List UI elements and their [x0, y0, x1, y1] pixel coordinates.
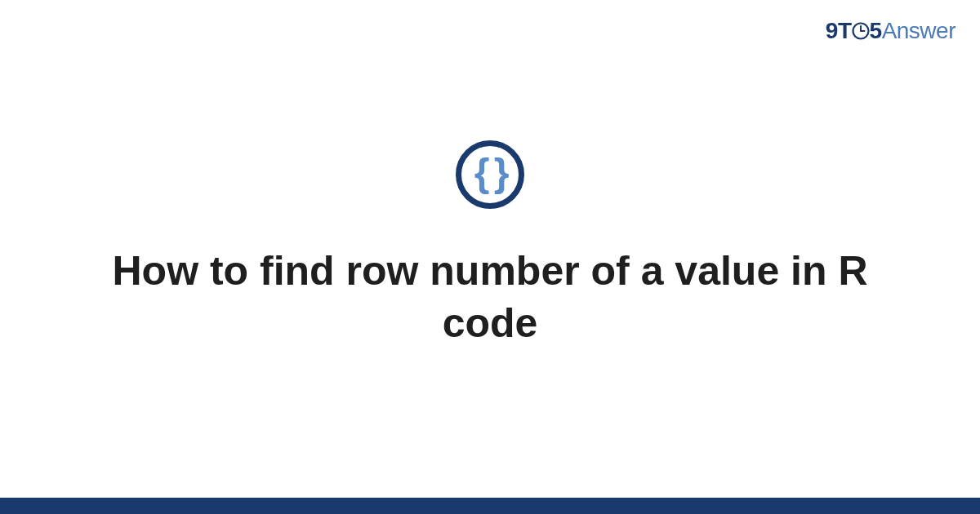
braces-glyph: { } [474, 153, 506, 193]
code-braces-icon: { } [456, 140, 524, 209]
page-title: How to find row number of a value in R c… [98, 245, 882, 349]
main-content: { } How to find row number of a value in… [0, 0, 980, 498]
bottom-accent-bar [0, 498, 980, 514]
